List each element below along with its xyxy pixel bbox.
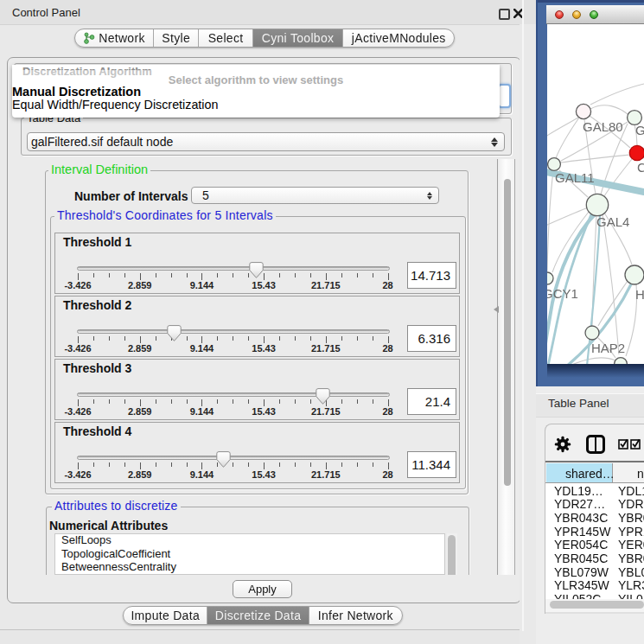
svg-text:GAL80: GAL80 <box>583 119 623 134</box>
svg-text:GCY1: GCY1 <box>547 286 578 301</box>
svg-text:GAL4: GAL4 <box>596 214 629 229</box>
svg-text:HAP2: HAP2 <box>591 341 625 355</box>
svg-text:H: H <box>635 287 644 302</box>
svg-text:GAL11: GAL11 <box>555 170 595 185</box>
svg-text:GA: GA <box>635 123 644 137</box>
svg-text:C: C <box>637 160 644 175</box>
